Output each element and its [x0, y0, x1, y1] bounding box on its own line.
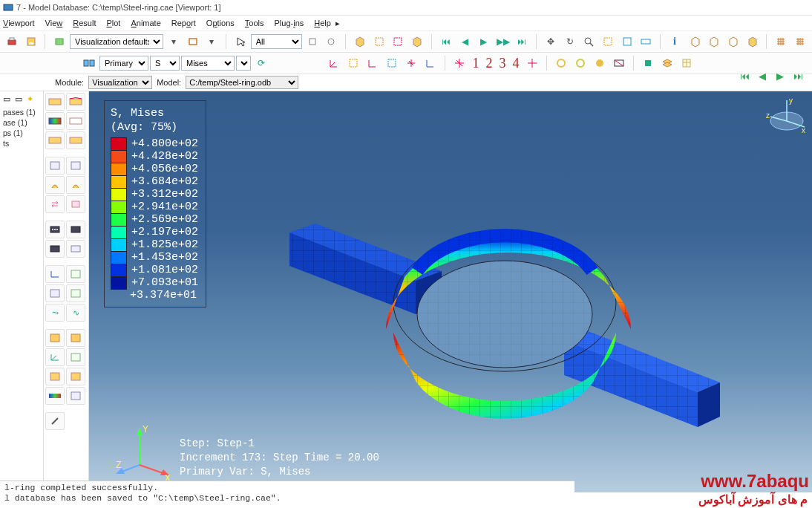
- pb-last-icon[interactable]: ⏭: [791, 70, 805, 82]
- persp-box-icon[interactable]: [610, 54, 628, 72]
- selection-combo[interactable]: All: [251, 34, 302, 49]
- viewport[interactable]: S, Mises (Avg: 75%) +4.800e+02+4.428e+02…: [89, 91, 812, 492]
- pb-next-icon[interactable]: ▶: [773, 70, 787, 82]
- persp-3-icon[interactable]: [724, 33, 742, 51]
- tree-tab-icon[interactable]: ▭: [3, 94, 10, 103]
- module-combo[interactable]: Visualization: [88, 76, 152, 89]
- highlight-geom-icon[interactable]: [389, 33, 407, 51]
- tool-anim-opts-icon[interactable]: [66, 240, 85, 258]
- circle3-icon[interactable]: [591, 54, 609, 72]
- tool-superimpose-icon[interactable]: [66, 157, 85, 175]
- refresh-icon[interactable]: ⟳: [252, 54, 270, 72]
- info-icon[interactable]: i: [666, 33, 684, 51]
- box-icon[interactable]: [184, 33, 202, 51]
- datum2-icon[interactable]: [523, 54, 541, 72]
- rotate-icon[interactable]: ↻: [561, 33, 579, 51]
- fit2-icon[interactable]: [637, 33, 655, 51]
- cube-icon-2[interactable]: [408, 33, 426, 51]
- model-tree[interactable]: ▭ ▭ ✦ pases (1) ase (1) ps (1) ts: [0, 91, 44, 492]
- arrow-icon[interactable]: [232, 33, 249, 51]
- tool-swap-icon[interactable]: [45, 195, 65, 213]
- tool-stream-2-icon[interactable]: [66, 387, 85, 405]
- table-icon[interactable]: [678, 54, 695, 72]
- save-icon[interactable]: [22, 33, 40, 51]
- csys-6-icon[interactable]: [422, 54, 439, 72]
- tree-bulb-icon[interactable]: ✦: [27, 94, 33, 103]
- csys-5-icon[interactable]: [402, 54, 420, 72]
- tool-xy-4-icon[interactable]: [66, 284, 85, 302]
- view-3-button[interactable]: 3: [497, 56, 508, 71]
- tool-swap2-icon[interactable]: [66, 195, 85, 213]
- tool-xy-3-icon[interactable]: [45, 284, 65, 302]
- tree-item[interactable]: ps (1): [3, 128, 40, 137]
- menu-tools[interactable]: Tools: [245, 19, 264, 27]
- view-compass[interactable]: y x z: [764, 96, 808, 139]
- sel-icon-2[interactable]: [322, 33, 340, 51]
- tool-symbol-icon[interactable]: [45, 131, 65, 149]
- pb-first-icon[interactable]: ⏮: [738, 70, 751, 82]
- circle1-icon[interactable]: [552, 54, 570, 72]
- first-frame-icon[interactable]: ⏮: [437, 33, 455, 51]
- menu-result[interactable]: Result: [73, 19, 96, 27]
- fit-icon[interactable]: [618, 33, 636, 51]
- csys-2-icon[interactable]: [344, 54, 362, 72]
- datum-icon[interactable]: [451, 54, 468, 72]
- dropdown-icon[interactable]: ▾: [165, 33, 183, 51]
- next-frame-icon[interactable]: ▶▶: [494, 33, 512, 51]
- render-mode-icon[interactable]: [50, 33, 68, 51]
- grid1-icon[interactable]: [772, 33, 790, 51]
- persp-1-icon[interactable]: [687, 33, 704, 51]
- tool-probe-icon[interactable]: [45, 412, 65, 430]
- tool-cut-1-icon[interactable]: [45, 348, 65, 366]
- play-icon[interactable]: ▶: [475, 33, 493, 51]
- tool-xy-5-icon[interactable]: ⤳: [45, 304, 65, 322]
- tool-xy-1-icon[interactable]: [45, 265, 65, 283]
- print-icon[interactable]: [3, 33, 21, 51]
- csys-3-icon[interactable]: [364, 54, 382, 72]
- menu-plugins[interactable]: Plug-ins: [274, 19, 304, 27]
- tool-field-1-icon[interactable]: [45, 329, 65, 347]
- tool-animate-scale-icon[interactable]: [45, 221, 65, 238]
- tool-animate-time-icon[interactable]: [66, 221, 85, 238]
- circle2-icon[interactable]: [572, 54, 589, 72]
- tool-odb-2-icon[interactable]: [66, 176, 85, 194]
- cube-icon-1[interactable]: [351, 33, 369, 51]
- last-frame-icon[interactable]: ⏭: [513, 33, 531, 51]
- tool-free-2-icon[interactable]: [66, 368, 85, 385]
- tree-item[interactable]: pases (1): [3, 108, 40, 117]
- dropdown2-icon[interactable]: ▾: [203, 33, 220, 51]
- tool-contour-icon[interactable]: [45, 112, 65, 130]
- persp-2-icon[interactable]: [705, 33, 723, 51]
- color-icon[interactable]: [639, 54, 657, 72]
- menu-report[interactable]: Report: [171, 19, 196, 27]
- csys-1-icon[interactable]: [325, 54, 343, 72]
- menu-options[interactable]: Options: [206, 19, 235, 27]
- tool-cut-2-icon[interactable]: [66, 348, 85, 366]
- message-area[interactable]: l-ring completed successfully. l databas…: [0, 481, 574, 508]
- tool-xy-6-icon[interactable]: ∿: [66, 304, 85, 322]
- tool-xy-2-icon[interactable]: [66, 265, 85, 283]
- menu-view[interactable]: View: [45, 19, 63, 27]
- grid2-icon[interactable]: [791, 33, 809, 51]
- tool-common-opts-icon[interactable]: [45, 157, 65, 175]
- menu-help[interactable]: Help: [314, 19, 331, 27]
- tool-free-1-icon[interactable]: [45, 368, 65, 385]
- component-combo[interactable]: [236, 56, 251, 71]
- tool-stream-1-icon[interactable]: [45, 387, 65, 405]
- tool-odb-1-icon[interactable]: [45, 176, 65, 194]
- view-1-button[interactable]: 1: [470, 56, 482, 71]
- sel-icon-1[interactable]: [304, 33, 321, 51]
- invariant-combo[interactable]: Mises: [181, 56, 235, 71]
- tool-material-icon[interactable]: [66, 131, 85, 149]
- variable-combo[interactable]: S: [150, 56, 180, 71]
- tool-animate-harm-icon[interactable]: [45, 240, 65, 258]
- highlight-sel-icon[interactable]: [370, 33, 388, 51]
- menu-animate[interactable]: Animate: [131, 19, 160, 27]
- tree-item[interactable]: ase (1): [3, 118, 40, 127]
- view-mode-combo[interactable]: Visualization defaults: [70, 34, 163, 49]
- prev-frame-icon[interactable]: ◀: [456, 33, 474, 51]
- persp-4-icon[interactable]: [744, 33, 762, 51]
- zoom-icon[interactable]: [580, 33, 597, 51]
- tool-both-icon[interactable]: [66, 112, 85, 130]
- variable-pos-combo[interactable]: Primary: [99, 56, 148, 71]
